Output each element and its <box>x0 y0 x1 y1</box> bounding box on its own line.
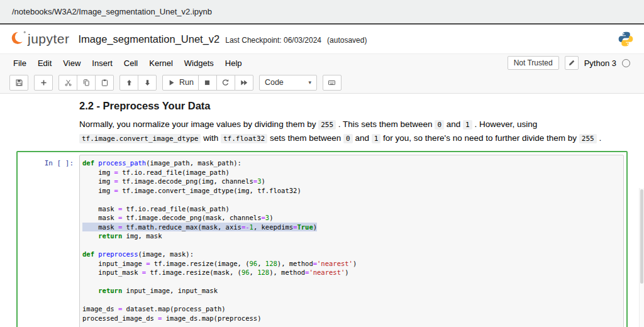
code-line[interactable]: input_mask = tf.image.resize(mask, (96, … <box>82 268 618 277</box>
jupyter-logo-text: jupyter <box>28 31 70 47</box>
code-line[interactable] <box>82 277 618 287</box>
run-button-label: Run <box>179 78 194 87</box>
stop-button[interactable] <box>198 75 217 91</box>
restart-run-all-icon <box>240 79 248 87</box>
toolbar-groups: RunCode▾ <box>9 75 341 91</box>
code-line[interactable] <box>82 296 618 305</box>
cell-prompt: In [ ]: <box>20 155 79 327</box>
text-segment: and <box>353 133 372 143</box>
command-palette-button[interactable] <box>323 75 341 91</box>
code-line[interactable]: img = tf.io.read_file(image_path) <box>82 168 618 177</box>
inline-code: 255 <box>579 134 597 143</box>
command-palette-icon <box>328 79 336 87</box>
checkpoint-label: Last Checkpoint: 06/03/2024 <box>225 36 321 45</box>
cell-type-value: Code <box>265 78 284 87</box>
restart-run-all-button[interactable] <box>235 75 253 91</box>
copy-icon <box>82 79 91 87</box>
code-cell[interactable]: In [ ]: def process_path(image_path, mas… <box>16 151 628 327</box>
move-up-icon <box>125 79 133 87</box>
inline-code: tf.float32 <box>221 134 267 143</box>
code-line[interactable]: mask = tf.math.reduce_max(mask, axis=-1,… <box>82 223 618 232</box>
inline-code: 0 <box>435 120 444 130</box>
notebook-title[interactable]: Image_segmentation_Unet_v2 <box>79 33 220 45</box>
text-segment: . <box>597 133 602 143</box>
code-input-area[interactable]: def process_path(image_path, mask_path):… <box>79 155 624 327</box>
move-up-button[interactable] <box>119 75 138 91</box>
not-trusted-button[interactable]: Not Trusted <box>508 56 559 70</box>
topbar: /notebooks/W3A2/Image_segmentation_Unet_… <box>0 0 644 25</box>
code-line[interactable]: def process_path(image_path, mask_path): <box>82 158 618 168</box>
code-line[interactable]: image_ds = dataset.map(process_path) <box>82 304 618 314</box>
copy-button[interactable] <box>77 75 96 91</box>
code-line[interactable]: img = tf.image.convert_image_dtype(img, … <box>82 186 618 196</box>
code-line[interactable]: def preprocess(image, mask): <box>82 250 618 259</box>
scrollbar-thumb[interactable] <box>640 189 643 284</box>
inline-code: 1 <box>463 120 472 130</box>
menu-insert[interactable]: Insert <box>86 56 118 70</box>
paste-icon <box>101 79 109 87</box>
menu-cell[interactable]: Cell <box>118 56 143 70</box>
code-line[interactable]: processed_image_ds = image_ds.map(prepro… <box>82 314 618 323</box>
python-logo-icon <box>618 31 634 47</box>
notebook-path: /notebooks/W3A2/Image_segmentation_Unet_… <box>12 7 212 16</box>
code-line[interactable]: mask = tf.io.read_file(mask_path) <box>82 204 618 214</box>
markdown-body: 2.2 - Preprocess Your Data Normally, you… <box>79 99 628 145</box>
toolbar: RunCode▾ <box>0 72 644 94</box>
move-down-button[interactable] <box>138 75 157 91</box>
add-cell-icon <box>40 79 48 87</box>
menubar-items: FileEditViewInsertCellKernelWidgetsHelp <box>8 56 248 70</box>
menu-kernel[interactable]: Kernel <box>143 56 179 70</box>
markdown-cell[interactable]: 2.2 - Preprocess Your Data Normally, you… <box>0 99 644 145</box>
save-icon <box>15 79 23 87</box>
cell-type-select[interactable]: Code▾ <box>259 75 317 91</box>
text-segment: Normally, you normalize your image value… <box>79 119 318 129</box>
markdown-line: tf.image.convert_image_dtype with tf.flo… <box>79 131 606 145</box>
run-button[interactable]: Run <box>162 75 199 91</box>
restart-button[interactable] <box>216 75 235 91</box>
inline-code: 0 <box>343 134 353 143</box>
inline-code: tf.image.convert_image_dtype <box>79 134 201 143</box>
stop-icon <box>203 79 211 87</box>
text-segment: . This sets them between <box>336 119 435 129</box>
code-line[interactable] <box>82 241 618 250</box>
restart-icon <box>221 79 230 87</box>
code-line[interactable]: img = tf.image.decode_png(img, channels=… <box>82 177 618 186</box>
markdown-paragraph: Normally, you normalize your image value… <box>79 118 606 145</box>
code-line[interactable]: return input_image, input_mask <box>82 286 618 296</box>
menubar: FileEditViewInsertCellKernelWidgetsHelp … <box>0 53 644 72</box>
code-line[interactable]: return img, mask <box>82 231 618 241</box>
markdown-prompt <box>16 99 79 145</box>
section-heading: 2.2 - Preprocess Your Data <box>79 100 606 112</box>
edit-mode-indicator <box>565 56 579 70</box>
pencil-icon <box>568 59 575 67</box>
menu-edit[interactable]: Edit <box>32 56 57 70</box>
text-segment: . However, using <box>472 119 538 129</box>
add-cell-button[interactable] <box>34 75 53 91</box>
jupyter-logo[interactable]: jupyter <box>10 30 70 49</box>
notebook-content: 2.2 - Preprocess Your Data Normally, you… <box>0 94 644 327</box>
menu-file[interactable]: File <box>8 56 32 70</box>
text-segment: and <box>444 119 463 129</box>
inline-code: 255 <box>318 120 336 130</box>
code-line[interactable]: input_image = tf.image.resize(image, (96… <box>82 259 618 269</box>
autosave-status: (autosaved) <box>327 36 367 45</box>
jupyter-logo-icon <box>10 30 27 49</box>
menu-help[interactable]: Help <box>219 56 248 70</box>
markdown-line: Normally, you normalize your image value… <box>79 118 606 131</box>
run-icon <box>167 79 175 87</box>
save-button[interactable] <box>9 75 28 91</box>
menu-widgets[interactable]: Widgets <box>179 56 219 70</box>
paste-button[interactable] <box>95 75 114 91</box>
kernel-name-label: Python 3 <box>584 58 616 68</box>
scrollbar[interactable] <box>639 188 644 327</box>
text-segment: sets them between <box>267 133 343 143</box>
code-line[interactable]: mask = tf.image.decode_png(mask, channel… <box>82 213 618 223</box>
code-line[interactable] <box>82 195 618 204</box>
kernel-idle-indicator <box>622 59 630 67</box>
code-editor[interactable]: def process_path(image_path, mask_path):… <box>82 158 618 323</box>
inline-code: 1 <box>372 134 381 143</box>
menubar-right: Not Trusted Python 3 <box>508 56 636 70</box>
cut-button[interactable] <box>58 75 77 91</box>
menu-view[interactable]: View <box>57 56 86 70</box>
move-down-icon <box>143 79 152 87</box>
